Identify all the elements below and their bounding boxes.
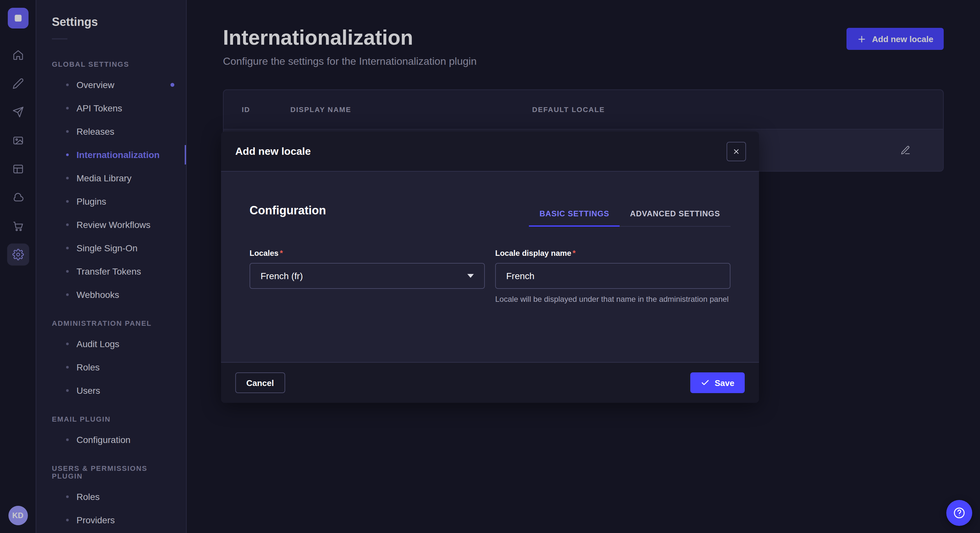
save-button[interactable]: Save xyxy=(690,373,745,393)
locale-display-name-input[interactable] xyxy=(495,263,730,289)
add-locale-modal: Add new locale Configuration BASIC SETTI… xyxy=(221,132,759,403)
display-name-field-label: Locale display name* xyxy=(495,249,730,258)
modal-header: Add new locale xyxy=(221,132,759,171)
question-circle-icon xyxy=(952,506,966,520)
app-window: KD Settings GLOBAL SETTINGS Overview API… xyxy=(0,0,980,533)
locales-field-label: Locales* xyxy=(250,249,485,258)
display-name-field: Locale display name* Locale will be disp… xyxy=(495,249,730,305)
required-asterisk: * xyxy=(280,249,283,258)
close-modal-button[interactable] xyxy=(727,141,746,161)
locales-select[interactable]: French (fr) xyxy=(250,263,485,289)
settings-tabs: BASIC SETTINGS ADVANCED SETTINGS xyxy=(529,209,730,227)
modal-title: Add new locale xyxy=(235,145,311,157)
modal-footer: Cancel Save xyxy=(221,362,759,403)
field-label-text: Locale display name xyxy=(495,249,571,258)
help-button[interactable] xyxy=(946,500,972,526)
modal-body: Configuration BASIC SETTINGS ADVANCED SE… xyxy=(221,171,759,362)
field-label-text: Locales xyxy=(250,249,278,258)
required-asterisk: * xyxy=(573,249,576,258)
configuration-heading: Configuration xyxy=(250,204,326,217)
tab-advanced-settings[interactable]: ADVANCED SETTINGS xyxy=(620,209,730,226)
chevron-down-icon xyxy=(467,274,474,278)
save-button-label: Save xyxy=(714,378,734,388)
locales-field: Locales* French (fr) xyxy=(250,249,485,305)
check-icon xyxy=(700,378,710,387)
tab-basic-settings[interactable]: BASIC SETTINGS xyxy=(529,209,620,226)
cancel-button[interactable]: Cancel xyxy=(235,373,285,393)
display-name-hint: Locale will be displayed under that name… xyxy=(495,294,730,305)
locales-select-value: French (fr) xyxy=(261,271,303,281)
close-icon xyxy=(732,148,740,155)
